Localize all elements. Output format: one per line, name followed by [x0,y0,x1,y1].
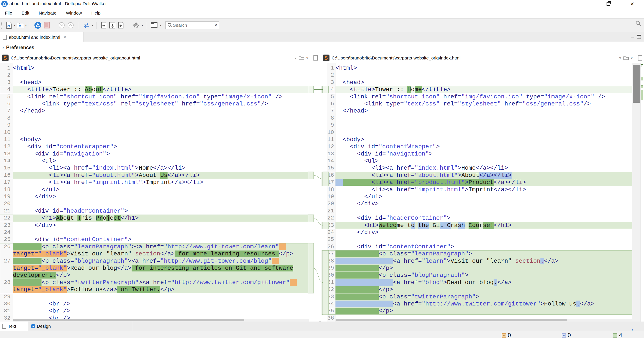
browse-folder-icon[interactable] [299,56,304,60]
code-line: <br /> [13,300,309,308]
toolbar-grip[interactable] [1,22,3,29]
line-number: 10 [0,129,12,136]
right-horizontal-scrollbar[interactable] [336,319,632,322]
merge-right-button[interactable] [100,20,108,30]
settings-button[interactable] [131,20,141,30]
code-line: <div id="headerContainer"> [336,214,632,222]
layout-icon [150,22,158,28]
left-code-area[interactable]: 1234567891011121314151617181920212223242… [0,63,320,322]
new-folder-comparison-button[interactable] [16,20,24,30]
menu-help[interactable]: Help [91,10,100,16]
new-file-comparison-button[interactable] [5,20,13,30]
file-info-icon[interactable] [314,55,318,60]
line-number [0,250,12,257]
menu-window[interactable]: Window [66,10,82,16]
code-line: <a href="blog">Read our blog.</a> [336,279,632,286]
find-icon[interactable] [636,20,641,26]
preferences-label[interactable]: Preferences [6,45,34,50]
code-line: <div id="contentWrapper"> [13,143,309,150]
stop-button[interactable] [43,20,51,30]
swap-dropdown[interactable]: ▾ [92,23,94,27]
tab-design-view[interactable]: Design [28,322,51,331]
right-code-area[interactable]: 1234567891011121314151617181920212223242… [321,63,644,322]
path-dropdown-icon[interactable]: ∨ [294,56,297,60]
scrollbar-thumb[interactable] [633,64,640,103]
folder-comparison-dropdown[interactable]: ▾ [25,23,27,27]
code-line: <div id="navigation"> [336,150,632,158]
removed-count: − 0 [502,332,511,338]
path-dropdown-icon[interactable]: ∨ [619,56,621,60]
code-line: <html> [13,64,309,72]
settings-dropdown[interactable]: ▾ [142,23,143,27]
right-vertical-scrollbar[interactable] [632,63,640,322]
ruler-mark[interactable] [641,90,643,100]
merge-all-button[interactable] [108,20,117,30]
folder-dropdown-icon[interactable]: ∨ [306,56,308,60]
overview-ruler[interactable] [640,63,644,322]
code-line: <div id="headerContainer"> [13,208,309,214]
tab-text-view[interactable]: Text [0,322,28,331]
swap-sides-button[interactable] [81,20,91,30]
line-number [0,264,12,272]
code-line: <title>Tower :: About</title> [13,86,309,93]
line-number: 23 [0,222,12,229]
line-number: 6 [0,100,12,108]
code-line: </div> [13,193,309,200]
search-clear-icon[interactable]: × [214,22,218,28]
merge-left-icon [118,22,124,29]
code-line [13,115,309,122]
line-number: 17 [0,179,12,186]
line-number: 12 [0,143,12,150]
toolbar: ▾ ▾ ▾ [0,18,644,32]
previous-difference-button[interactable] [66,20,75,30]
search-input[interactable] [172,22,210,28]
maximize-view-icon[interactable] [637,35,641,39]
diff-connectors [308,63,329,322]
changed-count: 4 [613,332,622,338]
design-view-icon [31,324,35,328]
line-number: 32 [0,315,12,322]
layout-dropdown[interactable]: ▾ [160,23,162,27]
swap-arrows-icon [82,22,90,28]
file-info-icon[interactable] [638,55,642,60]
compare-button[interactable] [33,20,43,30]
code-line: <p class="blogParagraph"> [336,272,632,279]
code-line: <html> [336,64,632,72]
menu-navigate[interactable]: Navigate [39,10,56,16]
layout-button[interactable] [149,20,159,30]
close-button[interactable]: × [626,0,639,8]
expand-arrow-icon[interactable]: › [2,44,4,51]
folder-delta-icon [17,22,24,28]
merge-left-button[interactable] [117,20,125,30]
next-difference-button[interactable] [57,20,66,30]
browse-folder-icon[interactable] [624,56,628,60]
line-number: 26 [0,243,12,250]
ruler-mark[interactable] [641,77,643,80]
menu-edit[interactable]: Edit [22,10,29,16]
code-line: <body> [336,136,632,143]
code-line: <link type="text/css" rel="stylesheet" h… [13,100,309,108]
code-line [336,236,632,243]
line-number: 25 [0,236,12,243]
left-horizontal-scrollbar[interactable] [13,319,309,322]
minimize-button[interactable] [578,0,591,8]
ruler-mark-current[interactable] [641,64,643,68]
restore-button[interactable] [602,0,615,8]
tab-close-icon[interactable]: × [63,34,66,40]
minimize-view-icon[interactable] [631,36,634,38]
code-line: <h1>About This Project</h1> [13,214,309,222]
line-number: 22 [0,214,12,222]
menu-file[interactable]: File [5,10,12,16]
line-number: 27 [0,258,12,264]
sublime-file-icon: S [2,54,8,62]
comparison-tab[interactable]: about.html and index.html × [0,32,84,42]
new-comparison-dropdown[interactable]: ▾ [14,23,16,27]
ruler-mark[interactable] [641,85,643,88]
line-number: 2 [0,72,12,79]
code-line: <link type="text/css" rel="stylesheet" h… [336,100,632,108]
left-pane-header: S C:\Users\brunobrito\Documents\carparts… [0,53,320,63]
code-line: </ul> [336,193,632,200]
code-line: </p> [336,286,632,293]
folder-dropdown-icon[interactable]: ∨ [630,56,633,60]
line-number: 31 [0,308,12,314]
